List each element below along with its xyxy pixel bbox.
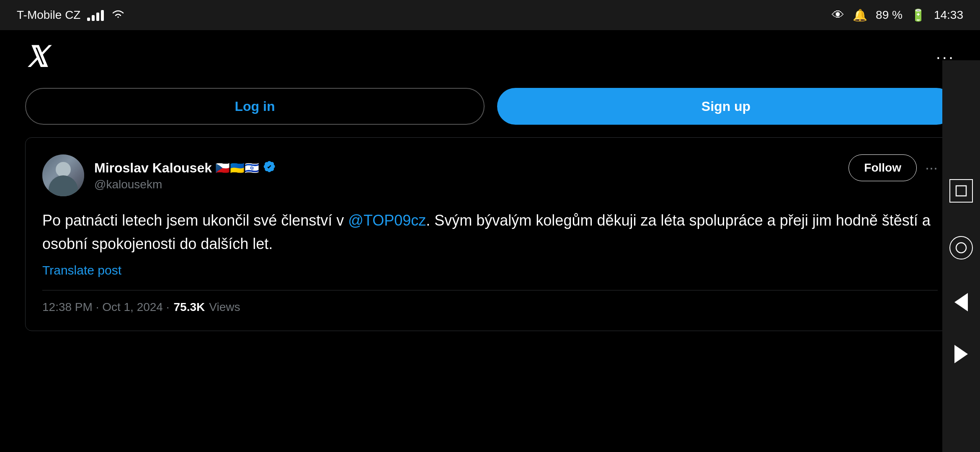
circle-nav-button[interactable] xyxy=(949,236,973,259)
svg-rect-0 xyxy=(956,186,966,196)
tweet-text: Po patnácti letech jsem ukončil své člen… xyxy=(42,209,938,256)
user-name-block: Miroslav Kalousek 🇨🇿🇺🇦🇮🇱 @kalousekm xyxy=(94,160,276,191)
user-flags: 🇨🇿🇺🇦🇮🇱 xyxy=(215,161,259,175)
tweet-text-part1: Po patnácti letech jsem ukončil své člen… xyxy=(42,212,348,229)
battery-label: 89 % xyxy=(876,8,903,22)
tweet-body: Po patnácti letech jsem ukončil své člen… xyxy=(42,209,938,277)
tweet-timestamp: 12:38 PM · Oct 1, 2024 · xyxy=(42,300,170,314)
auth-buttons: Log in Sign up xyxy=(0,80,980,137)
wifi-icon xyxy=(111,8,126,23)
verified-icon xyxy=(263,160,276,176)
carrier-label: T-Mobile CZ xyxy=(17,8,80,22)
signal-strength-icon xyxy=(87,9,104,21)
clock-label: 14:33 xyxy=(934,8,963,22)
tweet-header: Miroslav Kalousek 🇨🇿🇺🇦🇮🇱 @kalousekm Foll… xyxy=(42,154,938,196)
translate-post-link[interactable]: Translate post xyxy=(42,263,121,277)
tweet-user-info: Miroslav Kalousek 🇨🇿🇺🇦🇮🇱 @kalousekm xyxy=(42,154,276,196)
user-handle: @kalousekm xyxy=(94,178,276,191)
battery-icon: 🔋 xyxy=(911,8,926,22)
x-logo: 𝕏 xyxy=(25,43,48,71)
square-nav-button[interactable] xyxy=(949,179,973,203)
status-bar: T-Mobile CZ 👁 🔔 89 % 🔋 14:33 xyxy=(0,0,980,30)
status-right: 👁 🔔 89 % 🔋 14:33 xyxy=(832,8,963,22)
tweet-more-button[interactable]: ··· xyxy=(925,159,938,177)
signup-button[interactable]: Sign up xyxy=(497,88,955,125)
login-button[interactable]: Log in xyxy=(25,88,485,125)
main-content: 𝕏 ··· Log in Sign up Miroslav Kalousek 🇨… xyxy=(0,30,980,452)
avatar xyxy=(42,154,84,196)
notification-icon: 🔔 xyxy=(853,8,867,22)
tweet-mention[interactable]: @TOP09cz xyxy=(348,212,426,229)
tweet-meta: 12:38 PM · Oct 1, 2024 · 75.3K Views xyxy=(42,300,938,314)
app-bar: 𝕏 ··· xyxy=(0,30,980,80)
svg-point-1 xyxy=(956,243,966,253)
tweet-card: Miroslav Kalousek 🇨🇿🇺🇦🇮🇱 @kalousekm Foll… xyxy=(25,137,955,331)
back-nav-button[interactable] xyxy=(954,293,968,311)
tweet-views-count: 75.3K xyxy=(174,300,205,314)
display-name: Miroslav Kalousek xyxy=(94,160,212,176)
tweet-actions-top: Follow ··· xyxy=(848,154,938,181)
user-display-name: Miroslav Kalousek 🇨🇿🇺🇦🇮🇱 xyxy=(94,160,276,176)
eye-icon: 👁 xyxy=(832,8,844,22)
forward-nav-button[interactable] xyxy=(954,345,968,363)
follow-button[interactable]: Follow xyxy=(848,154,917,181)
status-left: T-Mobile CZ xyxy=(17,8,126,23)
side-navigation xyxy=(942,60,980,452)
tweet-footer: 12:38 PM · Oct 1, 2024 · 75.3K Views xyxy=(42,290,938,314)
tweet-views-label: Views xyxy=(209,300,240,314)
